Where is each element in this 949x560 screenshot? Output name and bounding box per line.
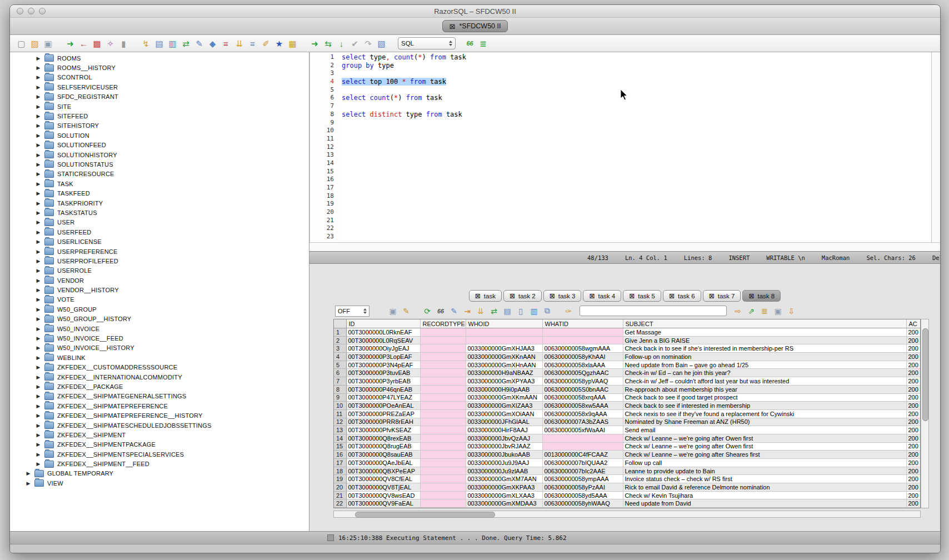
cell-id[interactable]: 00T3000000QBXPeEAP: [346, 467, 420, 475]
disclosure-triangle-icon[interactable]: ▶: [36, 210, 41, 216]
cell-subject[interactable]: Follow-up on nomination: [623, 353, 906, 361]
cell-recordtypeid[interactable]: [420, 393, 466, 402]
table-row[interactable]: 1600T3000000Q8sauEAB0033000000JbukoAAB00…: [334, 451, 921, 459]
close-tab-icon[interactable]: ⊠: [510, 292, 515, 300]
disclosure-triangle-icon[interactable]: ▶: [36, 374, 41, 380]
grid-vertical-scrollbar[interactable]: [921, 319, 929, 508]
cell-subject[interactable]: Leanne to provide update to Bain: [623, 467, 906, 475]
sidebar-item-zkfedex-shipment[interactable]: ▶ZKFEDEX__SHIPMENT: [10, 430, 309, 439]
cell-whoid[interactable]: 0033000000Ju9J9AAJ: [466, 459, 542, 467]
disclosure-triangle-icon[interactable]: ▶: [36, 268, 41, 273]
row-number[interactable]: 10: [334, 402, 346, 410]
sidebar-item-w50-group-history[interactable]: ▶W50_GROUP__HISTORY: [10, 314, 309, 324]
table-row[interactable]: 1900T3000000QV8CfEAL0033000000GmXM7AAN00…: [334, 475, 921, 483]
disclosure-triangle-icon[interactable]: ▶: [36, 94, 41, 99]
disclosure-triangle-icon[interactable]: ▶: [36, 403, 41, 409]
view-cell-text-icon[interactable]: 66: [435, 306, 446, 317]
zoom-window-icon[interactable]: [39, 8, 46, 14]
code-line[interactable]: [342, 102, 931, 111]
row-number[interactable]: 15: [334, 442, 346, 451]
sidebar-item-w50-group[interactable]: ▶W50_GROUP: [10, 304, 309, 314]
cell-whatid[interactable]: 00630000007bIc2AAE: [542, 467, 623, 475]
cell-whatid[interactable]: 00630000005S0bnAAC: [542, 385, 623, 393]
download-results-icon[interactable]: ⇩: [786, 306, 797, 317]
close-tab-icon[interactable]: ⊠: [550, 292, 555, 300]
cell-subject[interactable]: Check nexis to see if they've found a re…: [623, 409, 906, 418]
sidebar-item-userpreference[interactable]: ▶USERPREFERENCE: [10, 247, 309, 256]
cell-whatid[interactable]: 00630000007A3bZAAS: [542, 418, 623, 426]
column-list-icon[interactable]: ≡: [220, 38, 232, 49]
cell-id[interactable]: 00T3000000P3N4pEAF: [346, 361, 420, 369]
cell-whatid[interactable]: 00630000007bIQUAA2: [542, 459, 623, 467]
cell-whatid[interactable]: 006300000058x9qAAA: [542, 409, 623, 418]
table-row[interactable]: 400T3000000P3LopEAF0033000000GmXKnAAN006…: [334, 353, 921, 361]
cell-id[interactable]: 00T3000000Q8rugEAB: [346, 442, 420, 451]
cell-whoid[interactable]: 0033000000GmXIZAA3: [466, 402, 542, 410]
cell-recordtypeid[interactable]: [420, 369, 466, 377]
new-file-icon[interactable]: ▢: [16, 38, 27, 49]
insert-row-icon[interactable]: ⇥: [462, 306, 473, 317]
cell-id[interactable]: 00T3000000OiyJgEAJ: [346, 344, 420, 353]
disclosure-triangle-icon[interactable]: ▶: [26, 471, 31, 476]
sidebar-item-userprofilefeed[interactable]: ▶USERPROFILEFEED: [10, 256, 309, 266]
cell-ac[interactable]: 200: [906, 426, 921, 434]
database-icon[interactable]: ▮: [118, 38, 129, 49]
reference-book-icon[interactable]: ◆: [207, 38, 218, 49]
sidebar-item-user[interactable]: ▶USER: [10, 218, 309, 227]
quote-converter-icon[interactable]: 66: [464, 38, 476, 49]
sidebar-item-zkfedex-shipmatepreference-history[interactable]: ▶ZKFEDEX__SHIPMATEPREFERENCE__HISTORY: [10, 411, 309, 420]
cell-whoid[interactable]: 0033000000GmXM7AAN: [466, 475, 542, 483]
code-line[interactable]: group by type: [342, 62, 931, 70]
column-header-whatid[interactable]: WHATID: [542, 319, 623, 328]
cell-whoid[interactable]: 0033000000GmXKmAAN: [466, 393, 542, 402]
connection-new-icon[interactable]: ✧: [104, 38, 116, 49]
cell-ac[interactable]: 200: [906, 353, 921, 361]
cell-ac[interactable]: 200: [906, 418, 921, 426]
cell-whoid[interactable]: 0033000000GmXKPAA3: [466, 483, 542, 492]
describe-results-icon[interactable]: ▤: [502, 306, 513, 317]
table-row[interactable]: 100T3000000L0RknEAFGet Massage200: [334, 328, 921, 337]
close-tab-icon[interactable]: ⊠: [709, 292, 715, 300]
code-line[interactable]: select type, count(*) from task: [342, 53, 931, 62]
favorites-star-icon[interactable]: ★: [273, 38, 285, 49]
sidebar-item-w50-invoice-history[interactable]: ▶W50_INVOICE__HISTORY: [10, 343, 309, 353]
cell-ac[interactable]: 200: [906, 328, 921, 337]
close-tab-icon[interactable]: ⊠: [748, 292, 754, 300]
disclosure-triangle-icon[interactable]: ▶: [36, 355, 41, 361]
sidebar-item-vote[interactable]: ▶VOTE: [10, 295, 309, 304]
code-line[interactable]: [342, 86, 931, 94]
disclosure-triangle-icon[interactable]: ▶: [36, 229, 41, 235]
disclosure-triangle-icon[interactable]: ▶: [36, 393, 41, 399]
sidebar-item-userfeed[interactable]: ▶USERFEED: [10, 227, 309, 237]
disclosure-triangle-icon[interactable]: ▶: [36, 297, 41, 302]
code-line[interactable]: [342, 159, 931, 168]
cell-ac[interactable]: 200: [906, 434, 921, 442]
cell-whatid[interactable]: 00630000005QgzhAAC: [542, 369, 623, 377]
row-number[interactable]: 7: [334, 377, 346, 386]
code-line[interactable]: [342, 200, 931, 208]
row-number[interactable]: 20: [334, 483, 346, 492]
cell-whatid[interactable]: 006300000058yKhAAI: [542, 353, 623, 361]
cell-ac[interactable]: 200: [906, 442, 921, 451]
sql-mode-select[interactable]: SQL: [398, 37, 456, 49]
cell-subject[interactable]: Check w/ Kevin Tsujihara: [623, 491, 906, 499]
cell-ac[interactable]: 200: [906, 475, 921, 483]
cell-recordtypeid[interactable]: [420, 442, 466, 451]
sidebar-item-userlicense[interactable]: ▶USERLICENSE: [10, 237, 309, 246]
column-header-ac[interactable]: AC: [906, 319, 921, 328]
sidebar-item-zkfedex-shipment-feed[interactable]: ▶ZKFEDEX__SHIPMENT__FEED: [10, 459, 309, 468]
code-line[interactable]: [342, 69, 931, 78]
table-row[interactable]: 1700T3000000QAeJbEAL0033000000Ju9J9AAJ00…: [334, 459, 921, 467]
cell-ac[interactable]: 200: [906, 402, 921, 410]
disclosure-triangle-icon[interactable]: ▶: [36, 432, 41, 438]
disclosure-triangle-icon[interactable]: ▶: [36, 442, 41, 447]
code-line[interactable]: [342, 168, 931, 176]
column-header-recordtypeid[interactable]: RECORDTYPEID: [420, 319, 466, 328]
table-row[interactable]: 800T3000000P46qnEAB0033000000H9i0pAAB006…: [334, 385, 921, 393]
execute-statement-icon[interactable]: ➜: [309, 38, 321, 49]
cell-id[interactable]: 00T3000000L0RknEAF: [346, 328, 420, 337]
cell-recordtypeid[interactable]: [420, 336, 466, 344]
column-header-whoid[interactable]: WHOID: [466, 319, 542, 328]
disclosure-triangle-icon[interactable]: ▶: [36, 74, 41, 80]
disclosure-triangle-icon[interactable]: ▶: [36, 287, 41, 293]
